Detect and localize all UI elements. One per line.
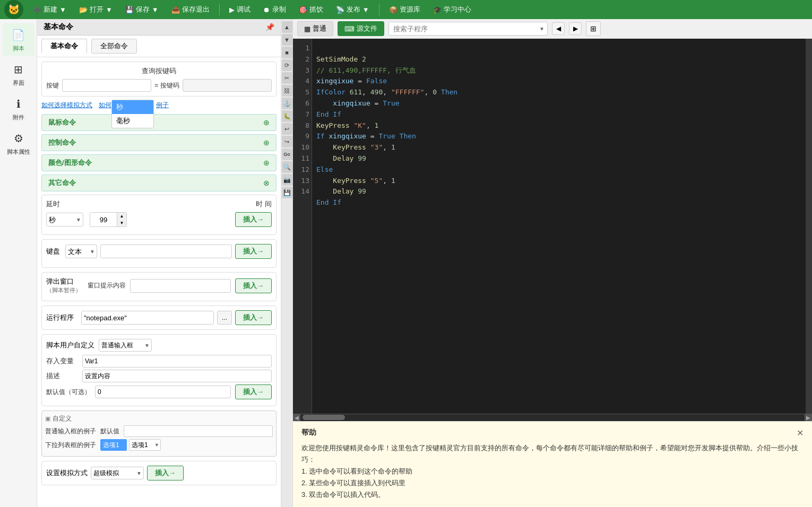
delay-spin: ▲ ▼ — [117, 213, 126, 226]
code-scrollbar[interactable] — [806, 39, 812, 414]
other-command-group[interactable]: 其它命令 ⊗ — [41, 174, 277, 191]
code-hscroll: ◀ ▶ — [293, 414, 812, 421]
sidebar-item-attachment[interactable]: ℹ 附件 — [3, 92, 34, 125]
dropdown-selected-input[interactable] — [100, 439, 127, 451]
run-program-input[interactable] — [81, 311, 214, 325]
delay-unit-select[interactable]: 秒 毫秒 — [46, 213, 83, 226]
run-browse-button[interactable]: ... — [217, 311, 232, 325]
example-input[interactable] — [124, 425, 273, 437]
keyboard-insert-button[interactable]: 插入→ — [235, 244, 272, 259]
record-icon: ⏺ — [263, 6, 270, 14]
dropdown-example-select[interactable]: 选项1 — [129, 439, 161, 451]
left-panel: 基本命令 📌 基本命令 全部命令 查询按键码 按键 = 按键码 如何选择模拟方式 — [37, 19, 281, 507]
delay-value-input[interactable] — [90, 213, 117, 226]
custom-example-row: 普通输入框的例子 默认值 — [45, 425, 273, 437]
separator-2 — [379, 4, 379, 15]
save-icon: 💾 — [125, 6, 134, 14]
key-search-input[interactable] — [62, 79, 151, 92]
nav-anchor-button[interactable]: ⚓ — [282, 98, 292, 109]
tab-basic-commands[interactable]: 基本命令 — [41, 39, 87, 54]
nav-forward-button[interactable]: ↪ — [282, 136, 292, 147]
delay-decrement-button[interactable]: ▼ — [117, 220, 126, 226]
help-panel: 帮助 ✕ 欢迎您使用按键精灵命令库！这里包含了按键精灵官方目前支持的所有命令，每… — [293, 421, 812, 507]
nav-link-button[interactable]: ⛓ — [282, 85, 292, 97]
hscroll-right-button[interactable]: ▶ — [805, 414, 812, 421]
run-insert-button[interactable]: 插入→ — [235, 310, 272, 325]
sim-mode-wrap: 超级模拟 普通模拟 ▼ — [91, 467, 144, 479]
code-next-button[interactable]: ▶ — [569, 22, 582, 35]
udef-var-label: 存入变量 — [46, 356, 78, 366]
mouse-expand-icon: ⊕ — [263, 118, 270, 127]
nav-scissors-button[interactable]: ✂ — [282, 72, 292, 84]
sidebar-item-script[interactable]: 📄 脚本 — [3, 23, 34, 56]
code-area: ▦ 普通 ⌨ 源文件 ▼ ◀ ▶ ⊞ 1 2 3 4 5 6 — [293, 19, 812, 507]
dropdown-option-sec[interactable]: 秒 — [112, 100, 153, 114]
udef-var-input[interactable] — [82, 355, 272, 368]
run-program-section: 运行程序 ... 插入→ — [41, 305, 277, 330]
popup-label2: （脚本暂停） — [46, 286, 83, 294]
nav-up-button[interactable]: ▲ — [282, 21, 292, 33]
code-grid-button[interactable]: ⊞ — [586, 21, 601, 36]
udef-insert-button[interactable]: 插入→ — [235, 384, 272, 399]
udef-type-select[interactable]: 普通输入框 下拉列表框 复选框 — [99, 339, 152, 352]
bottom-insert-button[interactable]: 插入→ — [147, 466, 184, 480]
help-close-button[interactable]: ✕ — [797, 428, 804, 438]
popup-section: 弹出窗口 （脚本暂停） 窗口提示内容 插入→ — [41, 272, 277, 301]
code-toolbar: ▦ 普通 ⌨ 源文件 ▼ ◀ ▶ ⊞ — [293, 19, 812, 39]
popup-row: 弹出窗口 （脚本暂停） 窗口提示内容 插入→ — [46, 277, 272, 294]
delay-increment-button[interactable]: ▲ — [117, 213, 126, 220]
delay-insert-button[interactable]: 插入→ — [235, 212, 272, 227]
key-type-select[interactable]: 文本 按键 — [65, 244, 97, 258]
nav-search-button[interactable]: 🔍 — [282, 161, 292, 173]
udef-default-row: 默认值（可选） 插入→ — [46, 384, 272, 399]
color-command-group[interactable]: 颜色/图形命令 ⊕ — [41, 154, 277, 171]
learning-button[interactable]: 🎓 学习中心 — [430, 4, 474, 15]
publish-button[interactable]: 📡 发布 ▼ — [333, 4, 373, 15]
code-prev-button[interactable]: ◀ — [552, 22, 565, 35]
sim-mode-select[interactable]: 超级模拟 普通模拟 — [91, 467, 144, 479]
mouse-command-group[interactable]: 鼠标命令 ⊕ — [41, 114, 277, 131]
code-content[interactable]: SetSimMode 2 // 611,490,FFFFFF, 行气血 xing… — [312, 39, 806, 414]
nav-go-button[interactable]: Go — [282, 148, 292, 160]
udef-default-input[interactable] — [95, 386, 231, 398]
capture-button[interactable]: 🎯 抓饮 — [296, 4, 326, 15]
save-button[interactable]: 💾 保存 ▼ — [122, 4, 162, 15]
nav-back-button[interactable]: ↩ — [282, 123, 292, 135]
save-exit-button[interactable]: 📤 保存退出 — [168, 4, 213, 15]
open-dropdown-icon: ▼ — [106, 6, 113, 14]
new-button[interactable]: ➕ 新建 ▼ — [30, 4, 70, 15]
open-button[interactable]: 📂 打开 ▼ — [76, 4, 116, 15]
nav-rewind-button[interactable]: ⟳ — [282, 59, 292, 71]
nav-stop-button[interactable]: ■ — [282, 47, 292, 58]
dropdown-example-row: 下拉列表框的例子 选项1 ▼ — [45, 439, 273, 451]
popup-insert-button[interactable]: 插入→ — [235, 278, 272, 293]
key-value-input[interactable] — [100, 244, 232, 258]
sidebar-item-properties[interactable]: ⚙ 脚本属性 — [3, 127, 34, 159]
resource-button[interactable]: 📦 资源库 — [386, 4, 424, 15]
panel-pin-button[interactable]: 📌 — [265, 23, 274, 31]
sidebar-item-ui[interactable]: ⊞ 界面 — [3, 58, 34, 90]
hscroll-thumb[interactable] — [303, 415, 345, 420]
control-command-group[interactable]: 控制命令 ⊕ — [41, 134, 277, 151]
code-tab-source[interactable]: ⌨ 源文件 — [338, 21, 384, 36]
hscroll-left-button[interactable]: ◀ — [293, 414, 300, 421]
debug-button[interactable]: ▶ 调试 — [226, 4, 254, 15]
dropdown-option-ms[interactable]: 毫秒 — [112, 114, 153, 128]
nav-save2-button[interactable]: 💾 — [282, 187, 292, 198]
source-icon: ⌨ — [344, 25, 355, 33]
time-label: 时 间 — [256, 199, 272, 209]
popup-content-input[interactable] — [130, 279, 231, 293]
udef-desc-input[interactable] — [82, 370, 272, 382]
udef-desc-label: 描述 — [46, 371, 78, 381]
code-tab-normal[interactable]: ▦ 普通 — [297, 21, 333, 36]
popup-hint-label: 窗口提示内容 — [88, 281, 126, 290]
link-example[interactable]: 例子 — [156, 101, 169, 110]
record-button[interactable]: ⏺ 录制 — [260, 4, 289, 15]
nav-down-button[interactable]: ▼ — [282, 34, 292, 46]
code-search-input[interactable] — [388, 22, 548, 36]
link-select-mode[interactable]: 如何选择模拟方式 — [41, 101, 92, 110]
tab-all-commands[interactable]: 全部命令 — [91, 39, 137, 54]
delay-row: 延时 时 间 — [46, 199, 272, 209]
nav-camera-button[interactable]: 📷 — [282, 174, 292, 186]
nav-bug-button[interactable]: 🐛 — [282, 110, 292, 122]
